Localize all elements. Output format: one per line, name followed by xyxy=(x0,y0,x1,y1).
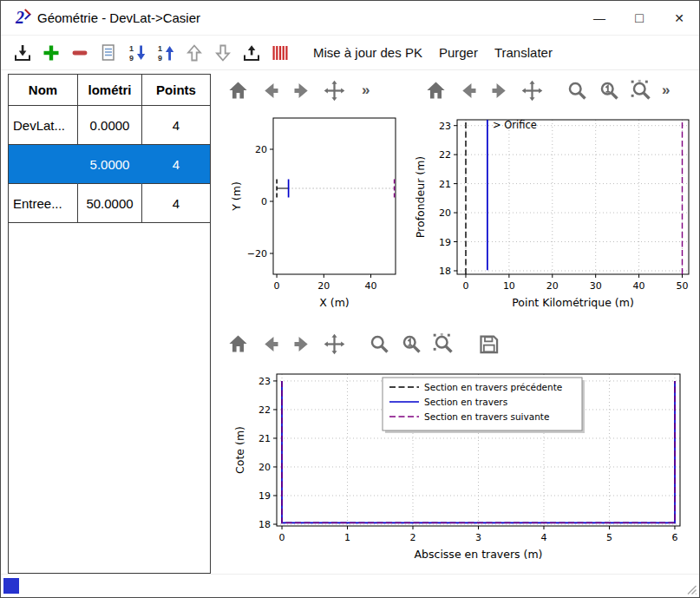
arrow-down-icon xyxy=(213,43,233,63)
home-button[interactable] xyxy=(225,77,251,103)
section-chart[interactable]: 0123456181920212223Abscisse en travers (… xyxy=(216,364,700,574)
toolbar-overflow-button[interactable]: » xyxy=(362,82,370,99)
zoom-rect-button[interactable] xyxy=(628,77,654,103)
add-button[interactable] xyxy=(40,42,62,64)
forward-arrow-icon xyxy=(488,79,512,102)
minimize-icon: — xyxy=(593,11,605,25)
pan-icon xyxy=(323,79,346,102)
sort-ascending-button[interactable]: 19 xyxy=(154,42,177,64)
home-icon xyxy=(226,79,250,102)
close-button[interactable]: ✕ xyxy=(659,1,699,35)
zoom-button[interactable] xyxy=(366,331,392,357)
table-header-row: Nom lométri Points xyxy=(9,75,210,106)
zoom-rect-button[interactable] xyxy=(430,331,456,357)
maximize-button[interactable]: □ xyxy=(619,1,659,35)
cell-nom[interactable]: DevLat... xyxy=(9,106,78,145)
magnifier-rect-icon xyxy=(630,79,653,102)
column-header-pk[interactable]: lométri xyxy=(78,75,142,106)
forward-button[interactable] xyxy=(289,331,315,357)
cell-points[interactable]: 4 xyxy=(142,106,210,145)
cell-points[interactable]: 4 xyxy=(142,145,210,184)
home-button[interactable] xyxy=(225,331,251,357)
svg-text:30: 30 xyxy=(590,280,602,292)
svg-text:23: 23 xyxy=(258,376,271,387)
back-button[interactable] xyxy=(257,331,283,357)
pan-button[interactable] xyxy=(321,77,347,103)
svg-text:6: 6 xyxy=(671,532,677,543)
svg-text:40: 40 xyxy=(365,280,377,292)
pk-stripes-button[interactable] xyxy=(269,42,291,64)
svg-text:0: 0 xyxy=(261,196,267,207)
svg-text:21: 21 xyxy=(439,179,451,190)
column-header-points[interactable]: Points xyxy=(142,75,210,106)
zoom-button[interactable] xyxy=(564,77,590,103)
arrow-up-icon xyxy=(184,43,205,63)
cell-pk[interactable]: 0.0000 xyxy=(78,106,142,145)
pan-button[interactable] xyxy=(519,77,545,103)
back-button[interactable] xyxy=(455,77,481,103)
back-arrow-icon xyxy=(258,79,282,102)
svg-text:0: 0 xyxy=(462,280,468,292)
window-controls: — □ ✕ xyxy=(579,1,699,35)
import-icon xyxy=(12,43,33,63)
table-row[interactable]: DevLat... 0.0000 4 xyxy=(9,106,210,145)
magnifier-one-icon xyxy=(400,332,423,356)
svg-text:Cote (m): Cote (m) xyxy=(233,426,246,474)
forward-button[interactable] xyxy=(487,77,513,103)
section-chart-toolbar xyxy=(225,329,501,358)
svg-text:5: 5 xyxy=(606,532,612,543)
translate-button[interactable]: Translater xyxy=(489,42,558,63)
copy-button[interactable] xyxy=(97,42,120,64)
home-icon xyxy=(424,79,448,102)
zoom-one-button[interactable] xyxy=(596,77,622,103)
toolbar-overflow-button[interactable]: » xyxy=(662,82,670,99)
svg-text:0: 0 xyxy=(274,280,280,292)
svg-text:20: 20 xyxy=(317,280,330,292)
svg-text:18: 18 xyxy=(439,266,451,277)
remove-button[interactable] xyxy=(69,42,91,64)
plus-icon xyxy=(41,43,62,63)
column-header-nom[interactable]: Nom xyxy=(9,75,78,106)
svg-text:9: 9 xyxy=(158,54,162,62)
cell-nom[interactable] xyxy=(9,145,78,184)
app-logo-icon: 2 xyxy=(10,8,30,29)
table-row[interactable]: Entree... 50.0000 4 xyxy=(9,184,210,223)
app-window: 2 Géométrie - DevLat->Casier — □ ✕ 19 19 xyxy=(0,0,700,598)
minimize-button[interactable]: — xyxy=(579,1,619,35)
update-pk-button[interactable]: Mise à jour des PK xyxy=(308,42,428,63)
svg-text:Y (m): Y (m) xyxy=(230,181,243,212)
move-down-button[interactable] xyxy=(212,42,234,64)
svg-text:20: 20 xyxy=(439,207,451,219)
plan-chart[interactable]: 02040−20020X (m)Y (m) xyxy=(216,109,404,322)
move-up-button[interactable] xyxy=(183,42,206,64)
svg-text:−20: −20 xyxy=(247,248,267,260)
svg-text:20: 20 xyxy=(255,144,267,155)
profile-chart[interactable]: 01020304050181920212223Point Kilométriqu… xyxy=(409,109,700,322)
svg-text:1: 1 xyxy=(129,44,134,53)
purge-button[interactable]: Purger xyxy=(434,42,483,63)
export-button[interactable] xyxy=(240,42,263,64)
maximize-icon: □ xyxy=(635,10,644,26)
cell-pk[interactable]: 50.0000 xyxy=(78,184,142,223)
svg-text:18: 18 xyxy=(258,519,271,530)
zoom-one-button[interactable] xyxy=(398,331,424,357)
forward-button[interactable] xyxy=(289,77,315,103)
cell-pk[interactable]: 5.0000 xyxy=(78,145,142,184)
resize-grip[interactable] xyxy=(684,582,697,595)
save-figure-button[interactable] xyxy=(475,331,501,357)
window-title: Géométrie - DevLat->Casier xyxy=(37,10,200,25)
magnifier-rect-icon xyxy=(432,332,455,356)
svg-text:20: 20 xyxy=(258,462,271,473)
cell-nom[interactable]: Entree... xyxy=(9,184,78,223)
pan-button[interactable] xyxy=(321,331,347,357)
svg-text:3: 3 xyxy=(475,532,481,543)
back-button[interactable] xyxy=(257,77,283,103)
import-button[interactable] xyxy=(11,42,34,64)
home-button[interactable] xyxy=(422,77,448,103)
svg-text:Abscisse en travers (m): Abscisse en travers (m) xyxy=(415,548,543,561)
sort-descending-button[interactable]: 19 xyxy=(126,42,148,64)
table-row-selected[interactable]: 5.0000 4 xyxy=(9,145,210,184)
svg-text:0: 0 xyxy=(279,532,285,543)
cell-points[interactable]: 4 xyxy=(142,184,210,223)
magnifier-one-icon xyxy=(598,79,621,102)
